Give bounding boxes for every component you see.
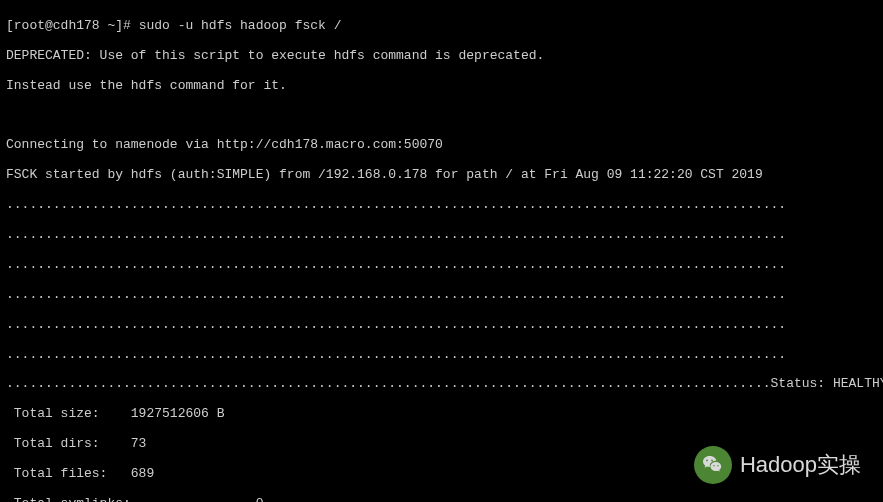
status-line: ........................................… — [6, 377, 877, 392]
command-text: sudo -u hdfs hadoop fsck / — [139, 18, 342, 33]
progress-dots: ........................................… — [6, 348, 877, 363]
deprecated-line-2: Instead use the hdfs command for it. — [6, 79, 877, 94]
deprecated-line-1: DEPRECATED: Use of this script to execut… — [6, 49, 877, 64]
wechat-icon — [694, 446, 732, 484]
terminal-output[interactable]: [root@cdh178 ~]# sudo -u hdfs hadoop fsc… — [6, 4, 877, 502]
progress-dots: ........................................… — [6, 198, 877, 213]
progress-dots: ........................................… — [6, 318, 877, 333]
progress-dots: ........................................… — [6, 228, 877, 243]
watermark-text: Hadoop实操 — [740, 452, 861, 477]
connecting-line: Connecting to namenode via http://cdh178… — [6, 138, 877, 153]
fsck-start-line: FSCK started by hdfs (auth:SIMPLE) from … — [6, 168, 877, 183]
stat-total-size: Total size: 1927512606 B — [6, 407, 877, 422]
watermark: Hadoop实操 — [694, 446, 861, 484]
progress-dots: ........................................… — [6, 288, 877, 303]
stat-total-symlinks: Total symlinks: 0 — [6, 497, 877, 502]
blank-line — [6, 109, 877, 124]
progress-dots: ........................................… — [6, 258, 877, 273]
shell-prompt: [root@cdh178 ~]# — [6, 18, 139, 33]
